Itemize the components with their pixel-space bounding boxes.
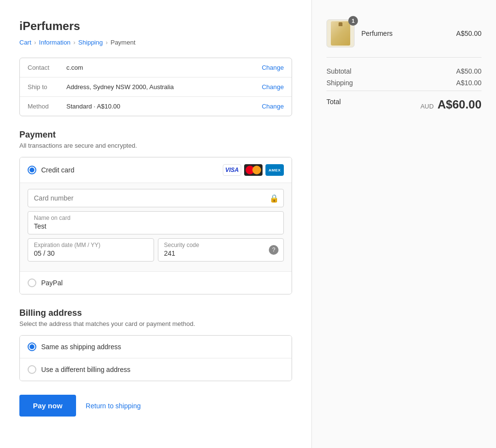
payment-options-box: Credit card VISA AMEX 🔒 Name on c xyxy=(19,157,292,294)
contact-value: c.com xyxy=(66,64,262,71)
billing-options-box: Same as shipping address Use a different… xyxy=(19,335,292,381)
actions-bar: Pay now Return to shipping xyxy=(19,395,292,417)
store-title: iPerfumers xyxy=(19,19,292,33)
total-amount: AUD A$60.00 xyxy=(420,98,481,111)
payment-card-icons: VISA AMEX xyxy=(223,164,284,176)
security-label: Security code xyxy=(164,242,278,248)
method-row: Method Standard · A$10.00 Change xyxy=(20,97,292,116)
same-shipping-label: Same as shipping address xyxy=(41,343,121,351)
breadcrumb-cart[interactable]: Cart xyxy=(19,39,31,46)
paypal-radio[interactable] xyxy=(28,278,36,287)
subtotal-value: A$50.00 xyxy=(456,67,481,75)
payment-title: Payment xyxy=(19,130,292,140)
method-label: Method xyxy=(28,103,66,110)
card-fields-area: 🔒 Name on card Expiration date (MM / YY)… xyxy=(20,183,292,272)
order-summary-panel: 1 Perfumers A$50.00 Subtotal A$50.00 Shi… xyxy=(312,0,496,448)
subtotal-row: Subtotal A$50.00 xyxy=(326,67,481,75)
contact-row: Contact c.com Change xyxy=(20,58,292,77)
mastercard-icon xyxy=(244,164,263,176)
credit-card-option[interactable]: Credit card VISA AMEX xyxy=(20,157,292,183)
order-totals: Subtotal A$50.00 Shipping A$10.00 Total … xyxy=(326,67,481,111)
subtotal-label: Subtotal xyxy=(326,67,351,75)
total-label: Total xyxy=(326,98,341,111)
shipping-value: A$10.00 xyxy=(456,79,481,87)
contact-label: Contact xyxy=(28,64,66,71)
credit-card-radio-inner xyxy=(30,168,34,172)
paypal-option[interactable]: PayPal xyxy=(20,272,292,294)
breadcrumb-information[interactable]: Information xyxy=(39,39,71,46)
method-change-link[interactable]: Change xyxy=(262,103,284,110)
same-shipping-radio-inner xyxy=(30,344,34,349)
lock-icon: 🔒 xyxy=(269,194,279,203)
total-currency: AUD xyxy=(420,103,434,110)
billing-title: Billing address xyxy=(19,308,292,318)
product-name: Perfumers xyxy=(361,30,450,37)
breadcrumb-sep-1: › xyxy=(34,39,36,46)
product-price: A$50.00 xyxy=(456,30,481,37)
security-help-icon[interactable]: ? xyxy=(269,245,279,255)
product-thumbnail: 1 xyxy=(326,19,355,47)
breadcrumb-sep-2: › xyxy=(74,39,76,46)
same-shipping-option[interactable]: Same as shipping address xyxy=(20,336,292,358)
product-badge: 1 xyxy=(348,16,358,26)
card-number-input[interactable] xyxy=(28,189,284,207)
different-billing-radio[interactable] xyxy=(28,365,36,374)
security-wrapper: Security code ? xyxy=(158,238,284,262)
shipping-row: Shipping A$10.00 xyxy=(326,79,481,87)
name-on-card-label: Name on card xyxy=(34,215,278,221)
name-on-card-input[interactable] xyxy=(34,222,278,230)
pay-now-button[interactable]: Pay now xyxy=(19,395,76,417)
expiry-input[interactable] xyxy=(34,249,148,257)
ship-to-change-link[interactable]: Change xyxy=(262,83,284,91)
product-image xyxy=(331,21,350,46)
breadcrumb-payment: Payment xyxy=(110,39,135,46)
same-shipping-radio[interactable] xyxy=(28,342,36,351)
method-value: Standard · A$10.00 xyxy=(66,103,262,110)
order-summary-box: Contact c.com Change Ship to Address, Sy… xyxy=(19,58,292,116)
security-code-input[interactable] xyxy=(164,249,278,257)
grand-total-row: Total AUD A$60.00 xyxy=(326,91,481,111)
breadcrumb: Cart › Information › Shipping › Payment xyxy=(19,39,292,46)
paypal-label: PayPal xyxy=(41,279,284,287)
different-billing-option[interactable]: Use a different billing address xyxy=(20,358,292,381)
expiry-wrapper: Expiration date (MM / YY) xyxy=(28,238,154,262)
amex-icon: AMEX xyxy=(265,164,284,176)
ship-to-label: Ship to xyxy=(28,83,66,91)
breadcrumb-shipping[interactable]: Shipping xyxy=(78,39,103,46)
card-expiry-security-row: Expiration date (MM / YY) Security code … xyxy=(28,238,284,265)
credit-card-radio[interactable] xyxy=(28,166,36,174)
name-on-card-wrapper: Name on card xyxy=(28,211,284,234)
billing-subtitle: Select the address that matches your car… xyxy=(19,320,292,327)
total-value: A$60.00 xyxy=(437,98,481,111)
order-item: 1 Perfumers A$50.00 xyxy=(326,19,481,58)
credit-card-label: Credit card xyxy=(41,166,218,174)
expiry-label: Expiration date (MM / YY) xyxy=(34,242,148,248)
payment-subtitle: All transactions are secure and encrypte… xyxy=(19,142,292,149)
ship-to-value: Address, Sydney NSW 2000, Australia xyxy=(66,83,262,91)
contact-change-link[interactable]: Change xyxy=(262,64,284,71)
breadcrumb-sep-3: › xyxy=(106,39,108,46)
visa-icon: VISA xyxy=(223,164,241,176)
card-number-wrapper: 🔒 xyxy=(28,189,284,207)
ship-to-row: Ship to Address, Sydney NSW 2000, Austra… xyxy=(20,77,292,97)
shipping-label: Shipping xyxy=(326,79,353,87)
return-to-shipping-link[interactable]: Return to shipping xyxy=(86,402,141,410)
different-billing-label: Use a different billing address xyxy=(41,366,130,373)
